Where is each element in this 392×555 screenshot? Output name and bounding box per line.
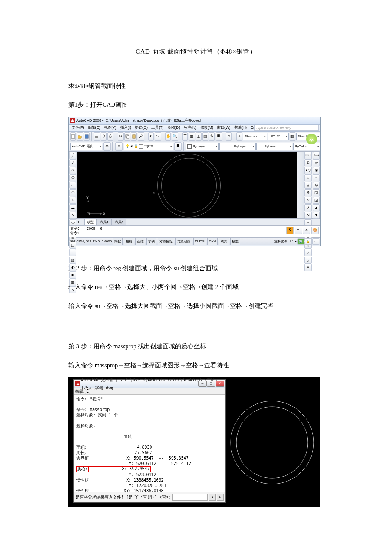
minimize-icon[interactable]: – (198, 381, 207, 387)
spline-icon[interactable]: ∿ (69, 212, 76, 219)
table-icon[interactable]: ▦ (290, 132, 295, 141)
tab-layout2[interactable]: 布局2 (112, 218, 126, 226)
explode-icon[interactable]: ✶ (304, 264, 312, 271)
status-lock-icon[interactable]: 🔒 (305, 238, 312, 245)
lwt-btn[interactable]: 线宽 (219, 237, 229, 245)
region-mass-icon[interactable]: ◉ (313, 167, 320, 174)
offset-icon[interactable]: ⊂ (304, 174, 312, 181)
below-icon[interactable]: ▼ (313, 212, 320, 219)
ortho-btn[interactable]: 正交 (135, 237, 145, 245)
back-icon[interactable]: ◲ (313, 197, 320, 204)
preview-icon[interactable] (101, 132, 107, 141)
tab-model[interactable]: 模型 (84, 218, 97, 226)
properties-icon[interactable]: ☰ (182, 132, 188, 141)
anno-scale[interactable]: 注释比例: 1:1 ▾ (274, 238, 297, 244)
list-icon[interactable]: ≡ (313, 174, 320, 181)
workspace-settings-icon[interactable]: ⚙ (103, 142, 111, 151)
arc-icon[interactable]: ◠ (69, 189, 76, 196)
scale-icon[interactable]: ⤢ (304, 204, 312, 211)
match-icon[interactable]: 🖌 (138, 132, 144, 141)
drawing-canvas[interactable]: Y X (77, 152, 297, 218)
color-dropdown[interactable]: ByLayer (186, 143, 218, 150)
table-draw-icon[interactable]: ▦ (69, 279, 76, 286)
cut-icon[interactable]: ✂ (118, 132, 124, 141)
xline-icon[interactable]: ⤢ (69, 159, 76, 166)
undo-icon[interactable]: ↶ (148, 132, 154, 141)
new-icon[interactable] (70, 132, 76, 141)
distance-icon[interactable]: ⟺ (313, 152, 320, 159)
copy-icon[interactable] (124, 132, 130, 141)
plotstyle-dropdown[interactable]: ByColor (293, 143, 320, 150)
footer-right-icon[interactable]: ▸ (217, 494, 224, 501)
id-icon[interactable]: ⊙ (313, 182, 320, 189)
dyn-btn[interactable]: DYN (207, 237, 218, 245)
print-icon[interactable] (94, 132, 100, 141)
menu-dimension[interactable]: 标注(N) (182, 124, 198, 132)
chamfer-icon[interactable]: ◿ (304, 249, 312, 256)
redo-icon[interactable]: ↷ (155, 132, 161, 141)
close-icon[interactable]: × (216, 381, 224, 387)
erase-icon[interactable]: ⌫ (304, 152, 312, 159)
menu-window[interactable]: 窗口(W) (215, 124, 232, 132)
help-search[interactable]: Type a question for help (254, 125, 319, 131)
paste-icon[interactable] (131, 132, 137, 141)
osnap-btn[interactable]: 对象捕捉 (158, 237, 174, 245)
tab-layout1[interactable]: 布局1 (97, 218, 111, 226)
pline-icon[interactable]: ⤳ (69, 167, 76, 174)
above-icon[interactable]: ▲ (313, 204, 320, 211)
line-icon[interactable]: ╱ (69, 152, 76, 159)
area-icon[interactable]: ▱ (313, 159, 320, 166)
command-line[interactable]: 命令: '_zoom _e 命令: S ⌨ ⚙ 🎨 (69, 225, 320, 237)
designcenter-icon[interactable]: ▦ (189, 132, 195, 141)
publish-icon[interactable]: ⎙ (107, 132, 113, 141)
textstyle-dropdown[interactable]: Standard (243, 133, 267, 140)
linetype-dropdown[interactable]: ———— ByLayer (219, 143, 256, 150)
ime-skin-icon[interactable]: 🎨 (311, 227, 319, 234)
fillet-icon[interactable]: ◞ (304, 257, 312, 264)
footer-left-icon[interactable]: ◂ (209, 494, 216, 501)
point-icon[interactable]: · (69, 249, 76, 256)
maximize-icon[interactable]: □ (207, 381, 215, 387)
array-icon[interactable]: ⊞ (304, 182, 312, 189)
ime-kbd-icon[interactable]: ⌨ (295, 227, 302, 234)
gradient-icon[interactable]: ◐ (69, 264, 76, 271)
open-icon[interactable] (77, 132, 83, 141)
hatch-icon[interactable]: ▨ (69, 257, 76, 264)
move-icon[interactable]: ✥ (304, 189, 312, 196)
polar-btn[interactable]: 极轴 (146, 237, 156, 245)
rotate-icon[interactable]: ⟲ (304, 197, 312, 204)
mtext-icon[interactable]: A (69, 286, 76, 293)
footer-input[interactable] (172, 494, 208, 501)
layer-dropdown[interactable]: 💡☀🔓□绿□0 (124, 143, 173, 150)
menu-view[interactable]: 视图(V) (102, 124, 118, 132)
lineweight-dropdown[interactable]: —— ByLayer (256, 143, 292, 150)
menubar[interactable]: 文件(F) 编辑(E) 视图(V) 插入(I) 格式(O) 工具(T) 绘图(D… (69, 125, 320, 132)
stretch-icon[interactable]: ⇲ (304, 212, 312, 219)
otrack-btn[interactable]: 对象追踪 (175, 237, 192, 245)
menu-edit[interactable]: 编辑(E) (86, 124, 102, 132)
copy-obj-icon[interactable]: ⧉ (304, 159, 312, 166)
menu-draw[interactable]: 绘图(D) (166, 124, 182, 132)
sheet-icon[interactable]: ▤ (202, 132, 208, 141)
pan-icon[interactable]: ✋ (165, 132, 171, 141)
layer-manager-icon[interactable]: ≡ (115, 142, 123, 151)
workspace-dropdown[interactable]: AutoCAD 经典 (70, 143, 102, 150)
menu-tools[interactable]: 工具(T) (150, 124, 166, 132)
grid-btn[interactable]: 栅格 (124, 237, 134, 245)
menu-file[interactable]: 文件(F) (70, 124, 86, 132)
circle-icon[interactable]: ○ (69, 197, 76, 204)
zoom-icon[interactable]: 🔍 (172, 132, 178, 141)
menu-insert[interactable]: 插入(I) (119, 124, 133, 132)
dim-icon[interactable]: A (236, 132, 242, 141)
comm-center-icon[interactable] (306, 134, 317, 144)
toolpalette-icon[interactable]: ◫ (196, 132, 202, 141)
rectangle-icon[interactable]: ▭ (69, 182, 76, 189)
menu-format[interactable]: 格式(O) (133, 124, 149, 132)
polygon-icon[interactable]: ⬡ (69, 174, 76, 181)
snap-btn[interactable]: 捕捉 (113, 237, 123, 245)
status-clean-icon[interactable]: ▭ (312, 238, 319, 245)
region-icon[interactable]: ▣ (69, 271, 76, 279)
revcloud-icon[interactable]: ☁ (69, 204, 76, 211)
calc-icon[interactable]: 🖩 (216, 132, 222, 141)
vscrollbar[interactable] (297, 152, 304, 218)
